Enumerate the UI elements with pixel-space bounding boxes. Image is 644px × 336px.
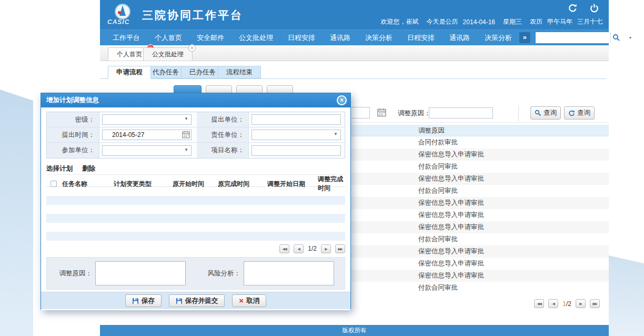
save-floppy-icon bbox=[132, 298, 139, 304]
logo-text: CASIC bbox=[107, 18, 129, 26]
page-indicator: 1/2 bbox=[308, 245, 317, 252]
empty-plan-row bbox=[46, 205, 345, 214]
main-nav: 工作平台 个人首页 安全邮件 公文批处理 日程安排 通讯路 决策分析 日程安排 … bbox=[100, 29, 609, 45]
calendar-icon[interactable] bbox=[377, 108, 386, 117]
responsible-unit-select[interactable]: ▼ bbox=[251, 130, 341, 140]
cancel-x-icon: × bbox=[239, 298, 244, 304]
footer-copyright: 版权所有 bbox=[100, 325, 609, 336]
gregorian-date: 2014-04-16 bbox=[463, 18, 495, 26]
cancel-button[interactable]: × 取消 bbox=[232, 294, 266, 307]
delete-link[interactable]: 删除 bbox=[82, 164, 95, 173]
empty-plan-row bbox=[46, 232, 345, 241]
save-submit-button-label: 保存并提交 bbox=[185, 297, 218, 305]
search-icon bbox=[535, 110, 541, 116]
select-plan-link[interactable]: 选择计划 bbox=[46, 164, 73, 173]
page-indicator: 1/2 bbox=[562, 300, 571, 308]
tab-label: 公文批处理 bbox=[152, 51, 184, 58]
query-button-label: 查询 bbox=[544, 108, 557, 117]
propose-time-label: 提出时间： bbox=[47, 127, 99, 143]
page-next-button[interactable]: ▶ bbox=[321, 244, 331, 253]
propose-unit-input[interactable] bbox=[251, 114, 341, 125]
settings-control[interactable]: 设置 bbox=[627, 29, 644, 47]
total-pages: /2 bbox=[566, 300, 571, 308]
current-page: 1 bbox=[562, 300, 566, 308]
select-all-checkbox[interactable] bbox=[51, 181, 57, 187]
plan-toolbar: 选择计划 删除 bbox=[46, 163, 345, 175]
page-first-button[interactable]: ◀◀ bbox=[534, 299, 544, 308]
col-change-type: 计划变更类型 bbox=[114, 180, 173, 189]
subtab-flow-finished[interactable]: 流程结束 bbox=[218, 66, 261, 78]
welcome-text: 欢迎您，崔斌 bbox=[381, 17, 419, 26]
project-name-label: 项目名称： bbox=[197, 143, 248, 158]
deco-shape-right bbox=[609, 255, 644, 336]
participate-unit-label: 参加单位： bbox=[47, 143, 99, 158]
participate-unit-select[interactable]: ▼ bbox=[102, 145, 192, 156]
nav-item-work-platform[interactable]: 工作平台 bbox=[105, 30, 147, 45]
table-pagination: ◀◀ ◀ 1/2 ▶ ▶▶ bbox=[534, 299, 600, 308]
secrecy-select[interactable]: ▼ bbox=[102, 114, 192, 125]
dialog-close-icon[interactable]: × bbox=[337, 95, 347, 105]
search-icon bbox=[612, 34, 620, 42]
casic-logo: CASIC bbox=[107, 3, 135, 27]
nav-item-decision-1[interactable]: 决策分析 bbox=[358, 30, 400, 45]
brand: CASIC 三院协同工作平台 bbox=[107, 3, 243, 27]
page-prev-button[interactable]: ◀ bbox=[548, 299, 558, 308]
chevron-down-icon: ▼ bbox=[184, 147, 188, 152]
save-and-submit-button[interactable]: 保存并提交 bbox=[169, 294, 225, 307]
power-icon[interactable] bbox=[589, 3, 599, 13]
dialog-title: 增加计划调整信息 bbox=[41, 93, 350, 107]
nav-item-decision-2[interactable]: 决策分析 bbox=[477, 30, 519, 45]
adjust-reason-textarea[interactable] bbox=[95, 261, 186, 285]
analysis-section: 调整原因： 风险分析： bbox=[46, 257, 345, 290]
col-orig-start: 原开始时间 bbox=[173, 180, 218, 189]
refresh-icon[interactable] bbox=[568, 3, 578, 13]
header-actions bbox=[568, 3, 599, 13]
nav-item-schedule-1[interactable]: 日程安排 bbox=[280, 30, 323, 45]
nav-item-secure-mail[interactable]: 安全邮件 bbox=[189, 30, 232, 45]
nav-item-doc-batch[interactable]: 公文批处理 bbox=[232, 30, 280, 45]
nav-item-contacts-1[interactable]: 通讯路 bbox=[323, 30, 358, 45]
secrecy-label: 密级： bbox=[47, 112, 99, 127]
tab-doc-batch[interactable]: 公文批处理 × bbox=[143, 47, 193, 61]
welcome-bar: 欢迎您，崔斌 今天是公历 2014-04-16 星期三 农历 甲午马年 三月十七 bbox=[373, 17, 602, 26]
calendar-icon[interactable] bbox=[182, 131, 190, 139]
page-prev-button[interactable]: ◀ bbox=[294, 244, 304, 253]
nav-more-button[interactable]: » bbox=[519, 32, 530, 43]
subtab-apply-flow[interactable]: 申请流程 bbox=[108, 66, 151, 79]
gear-icon bbox=[627, 34, 634, 42]
empty-plan-row bbox=[46, 214, 345, 223]
project-name-input[interactable] bbox=[251, 145, 341, 156]
query-button[interactable]: 查询 bbox=[530, 106, 561, 120]
save-button[interactable]: 保存 bbox=[125, 294, 162, 307]
search-button[interactable] bbox=[610, 32, 621, 43]
propose-time-input[interactable] bbox=[102, 130, 192, 140]
today-label: 今天是公历 bbox=[427, 17, 458, 26]
chevron-down-icon: ▼ bbox=[184, 116, 188, 121]
col-adjust-start: 调整开始日期 bbox=[267, 180, 318, 189]
reset-query-button[interactable]: 查询 bbox=[564, 106, 595, 120]
nav-item-contacts-2[interactable]: 通讯路 bbox=[442, 30, 477, 45]
page-next-button[interactable]: ▶ bbox=[576, 299, 586, 308]
app-title: 三院协同工作平台 bbox=[142, 8, 243, 23]
reason-filter-input[interactable] bbox=[429, 107, 493, 118]
page-first-button[interactable]: ◀◀ bbox=[279, 244, 289, 253]
add-plan-adjustment-dialog: 增加计划调整信息 × 密级： ▼ 提出单位： 提出时间： bbox=[41, 93, 351, 310]
tab-strip: 个人首页 × 公文批处理 × bbox=[100, 45, 609, 61]
risk-analysis-textarea[interactable] bbox=[244, 261, 334, 285]
tab-close-icon[interactable]: × bbox=[188, 44, 196, 52]
responsible-unit-label: 责任单位： bbox=[197, 127, 248, 143]
search-input[interactable] bbox=[536, 32, 610, 43]
reset-icon bbox=[568, 110, 575, 116]
page-last-button[interactable]: ▶▶ bbox=[335, 244, 345, 253]
reason-filter-label: 调整原因： bbox=[398, 109, 431, 118]
search-bar bbox=[536, 32, 621, 43]
cancel-button-label: 取消 bbox=[246, 297, 259, 305]
dialog-footer: 保存 保存并提交 × 取消 bbox=[41, 292, 350, 309]
nav-item-personal-home[interactable]: 个人首页 bbox=[147, 30, 189, 45]
deco-shape-left bbox=[0, 90, 33, 336]
nav-right-group: » bbox=[519, 29, 644, 47]
page-last-button[interactable]: ▶▶ bbox=[590, 299, 600, 308]
nav-item-schedule-2[interactable]: 日程安排 bbox=[400, 30, 442, 45]
empty-plan-row bbox=[46, 187, 345, 196]
plan-table-header: 任务名称 计划变更类型 原开始时间 原完成时间 调整开始日期 调整完成时间 bbox=[46, 175, 345, 187]
